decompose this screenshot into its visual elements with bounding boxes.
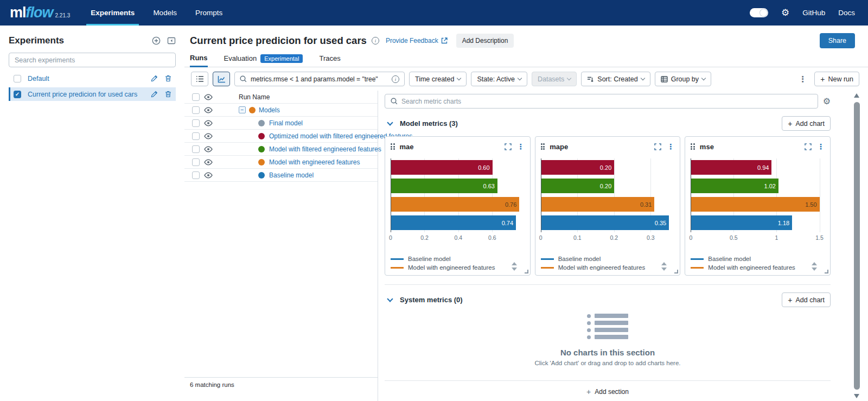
legend-item[interactable]: Model with engineered features <box>391 264 512 271</box>
sort-button[interactable]: Sort: Created <box>581 72 650 86</box>
experiment-name-link[interactable]: Default <box>28 75 144 82</box>
experiment-name-link[interactable]: Current price predicion for used cars <box>28 91 144 98</box>
tab-evaluation[interactable]: Evaluation Experimental <box>224 54 303 67</box>
plus-icon: + <box>788 120 792 128</box>
experiment-checkbox[interactable] <box>14 75 21 82</box>
experiment-checkbox[interactable]: ✓ <box>14 91 21 98</box>
chevron-down-icon <box>567 76 571 80</box>
chart-menu-icon[interactable]: ⋮ <box>667 142 674 151</box>
experiment-info-icon[interactable]: i <box>372 37 379 44</box>
visibility-column-eye-icon[interactable] <box>204 94 221 100</box>
run-name-link[interactable]: Models <box>259 106 280 114</box>
mlflow-logo[interactable]: mlflow 2.21.3 <box>10 4 70 21</box>
resize-handle[interactable] <box>525 270 528 273</box>
run-checkbox[interactable] <box>192 158 200 166</box>
legend-scroll-up-icon[interactable] <box>812 262 817 265</box>
tab-runs[interactable]: Runs <box>190 54 208 67</box>
run-checkbox[interactable] <box>192 106 200 114</box>
settings-gear-icon[interactable]: ⚙ <box>781 8 789 17</box>
legend-item[interactable]: Baseline model <box>541 256 662 262</box>
run-name-link[interactable]: Model with filtered engineered features <box>269 145 381 153</box>
search-info-icon[interactable]: i <box>392 75 399 83</box>
legend-scroll-up-icon[interactable] <box>661 262 667 265</box>
collapse-section-icon[interactable] <box>387 296 393 302</box>
run-visibility-eye-icon[interactable] <box>204 146 221 152</box>
metric-charts-search-box <box>385 94 818 109</box>
theme-toggle[interactable] <box>750 8 768 17</box>
time-created-filter[interactable]: Time created <box>409 72 467 86</box>
legend-scroll-down-icon[interactable] <box>512 268 517 271</box>
run-visibility-eye-icon[interactable] <box>204 133 221 139</box>
run-checkbox[interactable] <box>192 171 200 179</box>
search-experiments-input[interactable] <box>9 53 176 67</box>
delete-experiment-icon[interactable] <box>165 75 171 82</box>
experiment-list-item[interactable]: Default <box>9 72 176 85</box>
new-run-button[interactable]: +New run <box>814 72 859 86</box>
charts-scrollbar[interactable] <box>853 93 860 398</box>
chart-view-button[interactable] <box>213 72 230 86</box>
run-visibility-eye-icon[interactable] <box>204 120 221 126</box>
resize-handle[interactable] <box>674 270 678 273</box>
rename-experiment-icon[interactable] <box>151 75 158 82</box>
scroll-down-arrow[interactable] <box>854 394 859 398</box>
charts-settings-gear-icon[interactable]: ⚙ <box>823 96 831 106</box>
add-description-button[interactable]: Add Description <box>456 34 514 48</box>
search-icon <box>391 98 398 105</box>
rename-experiment-icon[interactable] <box>151 91 158 98</box>
nav-tab-models[interactable]: Models <box>153 0 177 26</box>
chart-menu-icon[interactable]: ⋮ <box>517 142 525 151</box>
expand-chart-icon[interactable] <box>654 143 661 150</box>
runs-table-header: Run Name <box>184 91 378 104</box>
collapse-group-icon[interactable]: − <box>239 106 246 113</box>
legend-item[interactable]: Model with engineered features <box>541 264 662 271</box>
run-visibility-eye-icon[interactable] <box>204 107 221 113</box>
run-checkbox[interactable] <box>192 145 200 153</box>
run-visibility-eye-icon[interactable] <box>204 172 221 179</box>
tab-traces[interactable]: Traces <box>319 54 340 67</box>
run-name-link[interactable]: Model with engineered features <box>269 158 360 166</box>
toolbar-overflow-menu[interactable]: ⋮ <box>795 74 810 84</box>
collapse-sidebar-icon[interactable] <box>167 36 176 45</box>
docs-link[interactable]: Docs <box>838 9 855 17</box>
run-checkbox[interactable] <box>192 119 200 127</box>
chart-menu-icon[interactable]: ⋮ <box>817 142 825 151</box>
run-checkbox[interactable] <box>192 132 200 140</box>
legend-scroll-up-icon[interactable] <box>512 262 517 265</box>
nav-tab-prompts[interactable]: Prompts <box>195 0 222 26</box>
metric-charts-row: mae⋮0.600.630.760.7400.20.40.6Baseline m… <box>385 136 831 276</box>
drag-handle-icon[interactable] <box>391 143 395 150</box>
provide-feedback-link[interactable]: Provide Feedback <box>386 37 448 44</box>
delete-experiment-icon[interactable] <box>165 91 171 98</box>
scrollbar-thumb[interactable] <box>854 102 860 390</box>
collapse-section-icon[interactable] <box>387 119 393 125</box>
run-visibility-eye-icon[interactable] <box>204 159 221 166</box>
list-view-button[interactable] <box>191 72 208 86</box>
github-link[interactable]: GitHub <box>802 9 825 17</box>
scroll-up-arrow[interactable] <box>854 93 859 98</box>
run-name-link[interactable]: Baseline model <box>269 171 314 179</box>
bar-plot: 0.200.200.310.3500.10.20.3 <box>541 158 675 244</box>
legend-item[interactable]: Baseline model <box>691 256 812 262</box>
expand-chart-icon[interactable] <box>505 143 512 150</box>
legend-item[interactable]: Model with engineered features <box>691 264 812 271</box>
metric-charts-search-input[interactable] <box>401 98 812 105</box>
legend-scroll-down-icon[interactable] <box>812 268 817 271</box>
expand-chart-icon[interactable] <box>805 143 812 150</box>
drag-handle-icon[interactable] <box>541 143 545 150</box>
experiment-list-item[interactable]: ✓Current price predicion for used cars <box>9 87 176 101</box>
add-chart-button[interactable]: +Add chart <box>782 292 831 307</box>
state-filter[interactable]: State: Active <box>471 72 527 86</box>
new-experiment-icon[interactable] <box>152 36 161 45</box>
run-name-link[interactable]: Final model <box>269 119 303 127</box>
add-chart-button[interactable]: +Add chart <box>782 116 831 131</box>
resize-handle[interactable] <box>825 270 828 273</box>
drag-handle-icon[interactable] <box>691 143 695 150</box>
add-section-button[interactable]: +Add section <box>586 388 629 396</box>
runs-search-input[interactable] <box>251 75 388 83</box>
nav-tab-experiments[interactable]: Experiments <box>91 0 135 26</box>
legend-scroll-down-icon[interactable] <box>661 268 667 271</box>
group-by-button[interactable]: Group by <box>655 72 711 86</box>
select-all-checkbox[interactable] <box>192 93 200 101</box>
share-button[interactable]: Share <box>820 33 855 48</box>
legend-item[interactable]: Baseline model <box>391 256 512 262</box>
